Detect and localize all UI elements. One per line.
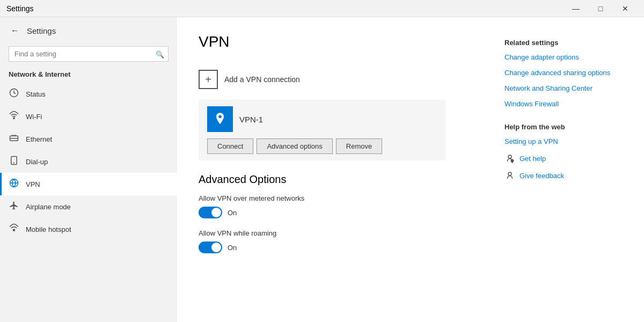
related-settings-title: Related settings [504,39,623,47]
metered-option-row: Allow VPN over metered networks On [199,194,483,218]
ethernet-icon [9,133,19,145]
network-center-link[interactable]: Network and Sharing Center [504,84,623,92]
metered-toggle[interactable] [199,207,222,218]
svg-point-1 [13,118,14,119]
advanced-options-button[interactable]: Advanced options [257,138,332,154]
sidebar-item-label: Airplane mode [26,203,71,211]
feedback-link[interactable]: Give feedback [519,172,564,180]
search-box: 🔍 [9,46,169,62]
sidebar-item-wifi[interactable]: Wi-Fi [0,105,177,128]
add-vpn-label: Add a VPN connection [224,75,300,84]
dialup-icon [9,156,19,167]
get-help-link[interactable]: Get help [519,155,546,163]
firewall-link[interactable]: Windows Firewall [504,100,623,108]
sidebar-item-airplane[interactable]: Airplane mode [0,195,177,218]
sidebar-item-status[interactable]: Status [0,83,177,105]
sidebar-item-label: Dial-up [26,158,48,166]
sidebar-header: ← Settings [0,17,177,44]
change-adapter-link[interactable]: Change adapter options [504,53,623,61]
help-section: Help from the web Setting up a VPN ? Get… [504,123,623,181]
sidebar-item-label: VPN [26,180,40,188]
sidebar-item-label: Ethernet [26,135,52,143]
connect-button[interactable]: Connect [207,138,253,154]
roaming-state: On [228,244,237,252]
sidebar: ← Settings 🔍 Network & Internet Status W… [0,17,177,322]
roaming-toggle[interactable] [199,241,222,253]
minimize-button[interactable]: — [564,0,588,17]
help-title: Help from the web [504,123,623,131]
svg-point-6 [508,155,511,158]
airplane-icon [9,201,19,213]
maximize-button[interactable]: □ [588,0,613,17]
hotspot-icon [9,223,19,235]
back-button[interactable]: ← [9,24,21,38]
app-body: ← Settings 🔍 Network & Internet Status W… [0,17,644,322]
feedback-icon [504,170,515,181]
sidebar-item-label: Status [26,90,46,98]
metered-toggle-row: On [199,207,483,218]
sidebar-item-ethernet[interactable]: Ethernet [0,128,177,150]
back-icon: ← [11,26,19,35]
page-title: VPN [199,33,483,50]
plus-icon: + [199,70,218,89]
sidebar-section-title: Network & Internet [0,68,177,83]
vpn-row: VPN-1 [207,106,437,132]
roaming-toggle-row: On [199,241,483,253]
search-input[interactable] [9,46,169,62]
roaming-option-row: Allow VPN while roaming On [199,229,483,253]
metered-label: Allow VPN over metered networks [199,194,483,202]
sidebar-app-title: Settings [27,26,56,35]
get-help-icon: ? [504,153,515,164]
sidebar-item-label: Mobile hotspot [26,225,71,233]
search-icon: 🔍 [156,50,164,58]
title-bar-left: Settings [6,4,34,13]
add-vpn-button[interactable]: + Add a VPN connection [199,63,483,96]
svg-point-5 [13,229,16,232]
change-sharing-link[interactable]: Change advanced sharing options [504,69,623,77]
sidebar-item-hotspot[interactable]: Mobile hotspot [0,218,177,240]
sidebar-item-vpn[interactable]: VPN [0,173,177,195]
vpn-buttons: Connect Advanced options Remove [207,138,437,154]
right-panel: Related settings Change adapter options … [504,33,623,306]
sidebar-item-label: Wi-Fi [26,113,42,121]
close-button[interactable]: ✕ [613,0,638,17]
status-icon [9,88,19,100]
sidebar-item-dialup[interactable]: Dial-up [0,150,177,173]
vpn-name: VPN-1 [239,115,263,124]
svg-point-9 [508,172,511,175]
get-help-item[interactable]: ? Get help [504,153,623,164]
wifi-icon [9,111,19,122]
title-bar-controls: — □ ✕ [564,0,638,17]
vpn-sidebar-icon [9,178,19,190]
title-bar: Settings — □ ✕ [0,0,644,17]
roaming-label: Allow VPN while roaming [199,229,483,237]
vpn-icon-box [207,106,233,132]
vpn-entry-icon [213,112,228,127]
setup-vpn-link[interactable]: Setting up a VPN [504,137,623,145]
feedback-item[interactable]: Give feedback [504,170,623,181]
remove-button[interactable]: Remove [336,138,382,154]
main-content: VPN + Add a VPN connection VPN-1 Conn [177,17,644,322]
advanced-options-title: Advanced Options [199,173,483,186]
content-area: VPN + Add a VPN connection VPN-1 Conn [199,33,483,306]
metered-state: On [228,209,237,217]
title-bar-title: Settings [6,4,34,13]
vpn-entry: VPN-1 Connect Advanced options Remove [199,100,445,160]
